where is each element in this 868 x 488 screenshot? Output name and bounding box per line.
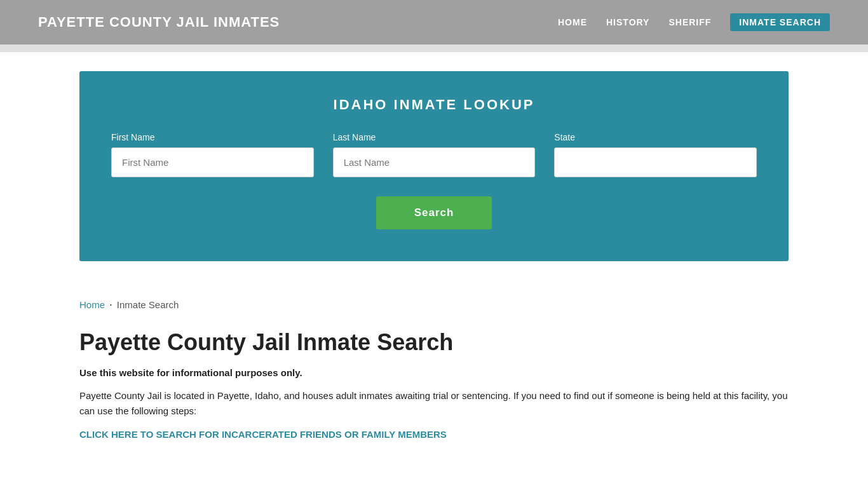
first-name-input[interactable]	[111, 147, 314, 177]
breadcrumb-current: Inmate Search	[117, 299, 179, 310]
nav-sheriff[interactable]: SHERIFF	[668, 17, 711, 27]
search-panel-title: IDAHO INMATE LOOKUP	[111, 97, 757, 113]
info-bold: Use this website for informational purpo…	[79, 367, 789, 378]
breadcrumb-separator: •	[110, 302, 112, 308]
main-content: Home • Inmate Search Payette County Jail…	[0, 280, 868, 466]
nav-inmate-search[interactable]: INMATE SEARCH	[730, 13, 830, 31]
search-panel: IDAHO INMATE LOOKUP First Name Last Name…	[79, 71, 789, 261]
search-button[interactable]: Search	[376, 196, 492, 229]
first-name-label: First Name	[111, 132, 314, 142]
site-header: PAYETTE COUNTY JAIL INMATES HOME HISTORY…	[0, 0, 868, 44]
click-here-link[interactable]: CLICK HERE to Search for Incarcerated Fr…	[79, 429, 447, 440]
subheader-bar	[0, 44, 868, 52]
search-btn-row: Search	[111, 196, 757, 229]
site-title: PAYETTE COUNTY JAIL INMATES	[38, 14, 280, 30]
info-paragraph: Payette County Jail is located in Payett…	[79, 388, 789, 419]
state-label: State	[554, 132, 757, 142]
state-input[interactable]: Idaho	[554, 147, 757, 177]
breadcrumb: Home • Inmate Search	[79, 299, 789, 310]
form-row: First Name Last Name State Idaho	[111, 132, 757, 177]
last-name-group: Last Name	[333, 132, 536, 177]
last-name-input[interactable]	[333, 147, 536, 177]
first-name-group: First Name	[111, 132, 314, 177]
breadcrumb-home[interactable]: Home	[79, 299, 105, 310]
page-title: Payette County Jail Inmate Search	[79, 329, 789, 356]
main-nav: HOME HISTORY SHERIFF INMATE SEARCH	[558, 13, 830, 31]
nav-home[interactable]: HOME	[558, 17, 587, 27]
state-group: State Idaho	[554, 132, 757, 177]
nav-history[interactable]: HISTORY	[606, 17, 649, 27]
last-name-label: Last Name	[333, 132, 536, 142]
